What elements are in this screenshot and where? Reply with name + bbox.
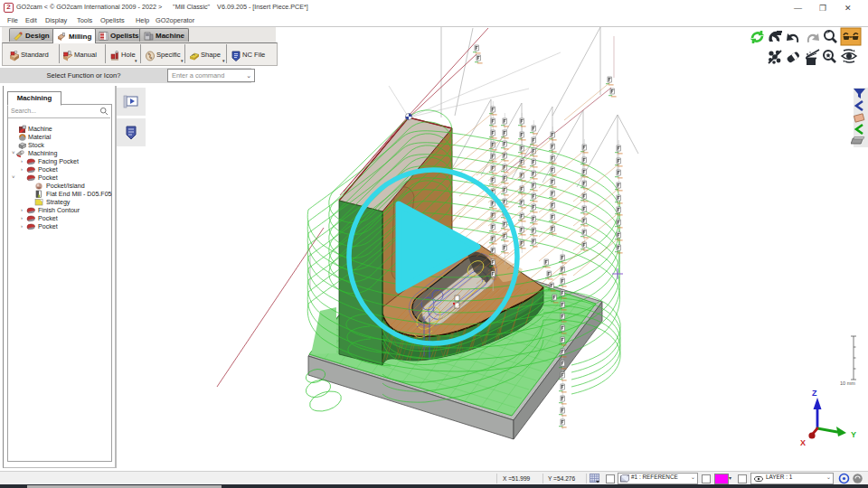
svg-text:Y: Y: [851, 430, 856, 439]
svg-text:X: X: [800, 438, 806, 447]
svg-text:Z: Z: [812, 389, 817, 398]
svg-text:10 mm: 10 mm: [840, 380, 855, 386]
